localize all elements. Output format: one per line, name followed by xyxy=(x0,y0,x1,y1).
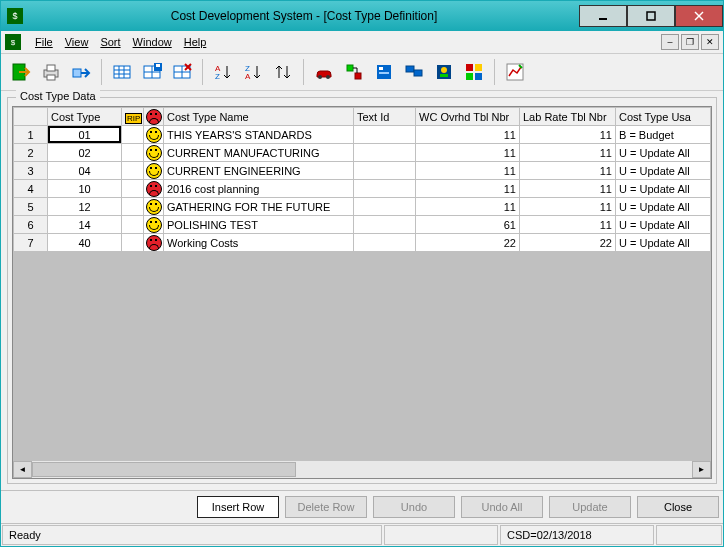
export-icon[interactable] xyxy=(67,58,95,86)
cell-lab[interactable]: 11 xyxy=(520,126,616,144)
cell-usage[interactable]: B = Budget xyxy=(616,126,711,144)
cell-usage[interactable]: U = Update All xyxy=(616,180,711,198)
cell-lab[interactable]: 11 xyxy=(520,198,616,216)
cell-usage[interactable]: U = Update All xyxy=(616,162,711,180)
row-header[interactable]: 7 xyxy=(14,234,48,252)
table-row[interactable]: 740Working Costs2222U = Update All xyxy=(14,234,711,252)
cell-usage[interactable]: U = Update All xyxy=(616,198,711,216)
table-row[interactable]: 512GATHERING FOR THE FUTURE1111U = Updat… xyxy=(14,198,711,216)
clear-grid-icon[interactable] xyxy=(168,58,196,86)
mdi-close-button[interactable]: ✕ xyxy=(701,34,719,50)
cell-cost-type[interactable]: 02 xyxy=(48,144,122,162)
cell-name[interactable]: THIS YEARS'S STANDARDS xyxy=(164,126,354,144)
cell-name[interactable]: Working Costs xyxy=(164,234,354,252)
cell-rip[interactable] xyxy=(122,216,144,234)
cell-wc[interactable]: 11 xyxy=(416,144,520,162)
process-icon[interactable] xyxy=(340,58,368,86)
cell-name[interactable]: CURRENT ENGINEERING xyxy=(164,162,354,180)
col-lab[interactable]: Lab Rate Tbl Nbr xyxy=(520,108,616,126)
save-grid-icon[interactable] xyxy=(138,58,166,86)
scroll-thumb[interactable] xyxy=(32,462,296,477)
row-header[interactable]: 3 xyxy=(14,162,48,180)
cell-wc[interactable]: 11 xyxy=(416,162,520,180)
row-header[interactable]: 5 xyxy=(14,198,48,216)
cell-wc[interactable]: 11 xyxy=(416,180,520,198)
scroll-track[interactable] xyxy=(32,462,692,477)
cell-name[interactable]: CURRENT MANUFACTURING xyxy=(164,144,354,162)
undo-button[interactable]: Undo xyxy=(373,496,455,518)
print-icon[interactable] xyxy=(37,58,65,86)
cell-usage[interactable]: U = Update All xyxy=(616,216,711,234)
cell-rip[interactable] xyxy=(122,126,144,144)
grid[interactable]: Cost Type RIP Cost Type Name Text Id WC … xyxy=(12,106,712,479)
grid-empty-area[interactable] xyxy=(13,252,711,460)
cell-wc[interactable]: 61 xyxy=(416,216,520,234)
sort-asc-icon[interactable]: AZ xyxy=(209,58,237,86)
dev-icon[interactable] xyxy=(430,58,458,86)
cell-name[interactable]: GATHERING FOR THE FUTURE xyxy=(164,198,354,216)
mdi-minimize-button[interactable]: – xyxy=(661,34,679,50)
delete-row-button[interactable]: Delete Row xyxy=(285,496,367,518)
cell-textid[interactable] xyxy=(354,162,416,180)
scroll-left-button[interactable]: ◄ xyxy=(13,461,32,478)
cell-lab[interactable]: 11 xyxy=(520,144,616,162)
table-row[interactable]: 4102016 cost planning1111U = Update All xyxy=(14,180,711,198)
update-button[interactable]: Update xyxy=(549,496,631,518)
cell-cost-type[interactable]: 14 xyxy=(48,216,122,234)
cell-cost-type[interactable]: 10 xyxy=(48,180,122,198)
cell-lab[interactable]: 11 xyxy=(520,216,616,234)
table-row[interactable]: 614POLISHING TEST6111U = Update All xyxy=(14,216,711,234)
col-usage[interactable]: Cost Type Usa xyxy=(616,108,711,126)
insert-row-button[interactable]: Insert Row xyxy=(197,496,279,518)
sort-both-icon[interactable] xyxy=(269,58,297,86)
minimize-button[interactable] xyxy=(579,5,627,27)
menu-window[interactable]: Window xyxy=(127,34,178,50)
cell-textid[interactable] xyxy=(354,144,416,162)
cell-wc[interactable]: 11 xyxy=(416,198,520,216)
col-textid[interactable]: Text Id xyxy=(354,108,416,126)
close-button[interactable] xyxy=(675,5,723,27)
cell-wc[interactable]: 22 xyxy=(416,234,520,252)
row-header[interactable]: 6 xyxy=(14,216,48,234)
col-face[interactable] xyxy=(144,108,164,126)
maximize-button[interactable] xyxy=(627,5,675,27)
col-cost-type[interactable]: Cost Type xyxy=(48,108,122,126)
col-rip[interactable]: RIP xyxy=(122,108,144,126)
cell-textid[interactable] xyxy=(354,180,416,198)
undo-all-button[interactable]: Undo All xyxy=(461,496,543,518)
cell-textid[interactable] xyxy=(354,234,416,252)
row-header[interactable]: 4 xyxy=(14,180,48,198)
row-header[interactable]: 2 xyxy=(14,144,48,162)
menu-view[interactable]: View xyxy=(59,34,95,50)
cell-lab[interactable]: 11 xyxy=(520,180,616,198)
menu-help[interactable]: Help xyxy=(178,34,213,50)
cell-usage[interactable]: U = Update All xyxy=(616,234,711,252)
cell-lab[interactable]: 22 xyxy=(520,234,616,252)
car-icon[interactable] xyxy=(310,58,338,86)
cell-lab[interactable]: 11 xyxy=(520,162,616,180)
table-row[interactable]: 202CURRENT MANUFACTURING1111U = Update A… xyxy=(14,144,711,162)
horizontal-scrollbar[interactable]: ◄ ► xyxy=(13,460,711,478)
blue-panel-icon[interactable] xyxy=(370,58,398,86)
table-row[interactable]: 101THIS YEARS'S STANDARDS1111B = Budget xyxy=(14,126,711,144)
grid-icon[interactable] xyxy=(108,58,136,86)
titlebar[interactable]: $ Cost Development System - [Cost Type D… xyxy=(1,1,723,31)
chart-icon[interactable] xyxy=(501,58,529,86)
cell-rip[interactable] xyxy=(122,144,144,162)
exit-icon[interactable] xyxy=(7,58,35,86)
cell-name[interactable]: 2016 cost planning xyxy=(164,180,354,198)
table-row[interactable]: 304CURRENT ENGINEERING1111U = Update All xyxy=(14,162,711,180)
close-form-button[interactable]: Close xyxy=(637,496,719,518)
row-header[interactable]: 1 xyxy=(14,126,48,144)
cell-rip[interactable] xyxy=(122,162,144,180)
cell-cost-type[interactable]: 01 xyxy=(48,126,122,144)
cell-wc[interactable]: 11 xyxy=(416,126,520,144)
corner-cell[interactable] xyxy=(14,108,48,126)
cell-usage[interactable]: U = Update All xyxy=(616,144,711,162)
col-wc[interactable]: WC Ovrhd Tbl Nbr xyxy=(416,108,520,126)
mdi-icon[interactable]: $ xyxy=(5,34,21,50)
cell-cost-type[interactable]: 04 xyxy=(48,162,122,180)
cell-cost-type[interactable]: 40 xyxy=(48,234,122,252)
menu-sort[interactable]: Sort xyxy=(94,34,126,50)
multi-icon[interactable] xyxy=(460,58,488,86)
